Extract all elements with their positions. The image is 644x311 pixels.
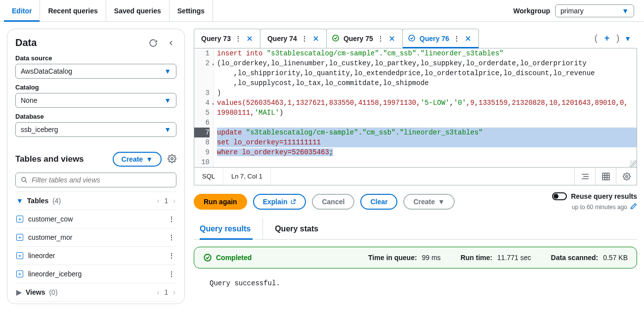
results-tab-query-stats[interactable]: Query stats bbox=[275, 218, 330, 239]
kebab-icon[interactable]: ⋮ bbox=[168, 270, 175, 278]
tables-category-label: Tables bbox=[27, 197, 48, 205]
filter-tables-search[interactable] bbox=[15, 173, 176, 187]
kebab-icon[interactable]: ⋮ bbox=[168, 233, 175, 241]
page-number: 1 bbox=[165, 197, 169, 205]
query-tab[interactable]: Query 73 ⋮ bbox=[194, 29, 260, 48]
kebab-icon[interactable]: ⋮ bbox=[235, 35, 242, 43]
svg-rect-4 bbox=[602, 173, 609, 180]
format-icon[interactable] bbox=[574, 168, 595, 185]
code-line: (lo_orderkey,lo_linenumber,lo_custkey,lo… bbox=[217, 58, 637, 68]
prev-page-icon[interactable]: ‹ bbox=[157, 197, 160, 205]
views-count: (0) bbox=[49, 288, 57, 296]
query-tab[interactable]: Query 76 ⋮ bbox=[402, 29, 479, 48]
explain-button[interactable]: Explain bbox=[253, 194, 306, 210]
sql-editor[interactable]: 1 2▾ 3 4▾ 5 6 7 8 9 10 insert into "s3ta… bbox=[194, 48, 637, 168]
query-tab-bar: Query 73 ⋮ Query 74 ⋮ Query 75 ⋮ Query 7… bbox=[194, 29, 637, 48]
code-line: ,lo_supplycost,lo_tax,lo_commitdate,lo_s… bbox=[217, 78, 637, 88]
svg-point-0 bbox=[171, 157, 173, 160]
close-icon[interactable] bbox=[310, 33, 321, 44]
code-content[interactable]: insert into "s3tablescatalog/cm-sample".… bbox=[214, 48, 637, 167]
create-query-button[interactable]: Create ▼ bbox=[403, 194, 454, 210]
table-row[interactable]: +lineorder ⋮ bbox=[15, 247, 176, 265]
gear-icon[interactable] bbox=[168, 154, 176, 165]
kebab-icon[interactable]: ⋮ bbox=[168, 252, 175, 260]
kebab-icon[interactable]: ⋮ bbox=[168, 215, 175, 223]
clear-button[interactable]: Clear bbox=[360, 194, 397, 210]
code-line: ,lo_shippriority,lo_quantity,lo_extended… bbox=[217, 68, 637, 78]
table-name: customer_mor bbox=[28, 233, 72, 241]
data-source-select[interactable]: AwsDataCatalog ▼ bbox=[15, 64, 176, 79]
refresh-icon[interactable] bbox=[148, 38, 159, 48]
tables-views-title: Tables and views bbox=[15, 154, 84, 164]
top-tab-saved-queries[interactable]: Saved queries bbox=[106, 0, 170, 21]
code-token: update bbox=[217, 129, 246, 136]
kebab-icon[interactable]: ⋮ bbox=[453, 35, 461, 43]
expand-icon[interactable]: + bbox=[16, 252, 23, 259]
database-select[interactable]: ssb_iceberg ▼ bbox=[15, 122, 176, 137]
table-row[interactable]: +customer_cow ⋮ bbox=[15, 210, 176, 228]
tables-category-row[interactable]: ▼ Tables (4) ‹ 1 › bbox=[15, 192, 176, 210]
query-tab-title: Query 74 bbox=[265, 35, 299, 43]
close-icon[interactable] bbox=[386, 33, 397, 44]
query-tab-title: Query 76 bbox=[418, 35, 451, 43]
caret-down-icon: ▼ bbox=[146, 155, 153, 163]
results-tab-query-results[interactable]: Query results bbox=[200, 218, 263, 239]
views-category-row[interactable]: ▶ Views (0) ‹ 1 › bbox=[15, 283, 176, 302]
query-tab[interactable]: Query 74 ⋮ bbox=[260, 29, 327, 48]
table-row[interactable]: +customer_mor ⋮ bbox=[15, 228, 176, 247]
kebab-icon[interactable]: ⋮ bbox=[377, 35, 385, 43]
code-token: ) bbox=[279, 109, 283, 117]
close-icon[interactable] bbox=[463, 33, 473, 44]
workgroup-select[interactable]: primary ▼ bbox=[555, 4, 634, 17]
workgroup-value: primary bbox=[560, 7, 584, 15]
code-token: values( bbox=[217, 99, 246, 107]
table-row[interactable]: +lineorder_iceberg ⋮ bbox=[15, 265, 176, 283]
code-token: set lo_orderkey= bbox=[217, 138, 283, 146]
expand-icon[interactable]: + bbox=[16, 270, 23, 277]
metric-label: Time in queue: bbox=[368, 254, 417, 262]
code-line: ) bbox=[217, 88, 637, 98]
search-icon bbox=[21, 177, 28, 183]
filter-tables-input[interactable] bbox=[32, 176, 171, 184]
prev-page-icon[interactable]: ‹ bbox=[157, 288, 160, 296]
run-again-button[interactable]: Run again bbox=[194, 194, 247, 210]
svg-point-1 bbox=[22, 178, 26, 181]
run-time-metric: Run time: 11.771 sec bbox=[461, 254, 531, 262]
pencil-icon[interactable] bbox=[630, 203, 637, 211]
top-tab-settings[interactable]: Settings bbox=[170, 0, 213, 21]
tabs-menu-caret[interactable]: ▼ bbox=[621, 35, 634, 43]
explain-label: Explain bbox=[263, 198, 288, 206]
line-gutter: 1 2▾ 3 4▾ 5 6 7 8 9 10 bbox=[194, 48, 214, 167]
catalog-label: Catalog bbox=[15, 84, 176, 91]
database-value: ssb_iceberg bbox=[21, 126, 58, 133]
create-button[interactable]: Create ▼ bbox=[113, 152, 162, 167]
resize-handle[interactable] bbox=[630, 160, 637, 167]
collapse-icon[interactable] bbox=[166, 38, 176, 48]
next-page-icon[interactable]: › bbox=[173, 197, 175, 205]
code-token: insert into bbox=[217, 49, 267, 57]
new-tab-button[interactable]: + bbox=[600, 31, 615, 45]
page-number: 1 bbox=[165, 288, 169, 296]
svg-point-5 bbox=[626, 176, 628, 178]
kebab-icon[interactable]: ⋮ bbox=[301, 35, 308, 43]
catalog-select[interactable]: None ▼ bbox=[15, 93, 176, 108]
caret-right-icon: ▶ bbox=[16, 288, 22, 296]
next-page-icon[interactable]: › bbox=[173, 288, 175, 296]
expand-icon[interactable]: + bbox=[16, 216, 23, 222]
status-banner: Completed Time in queue: 99 ms Run time:… bbox=[194, 247, 637, 268]
gear-icon[interactable] bbox=[616, 168, 637, 185]
query-tab[interactable]: Query 75 ⋮ bbox=[326, 29, 403, 48]
grid-icon[interactable] bbox=[595, 168, 616, 185]
caret-down-icon: ▼ bbox=[164, 96, 171, 104]
top-tab-recent-queries[interactable]: Recent queries bbox=[40, 0, 106, 21]
top-tab-editor[interactable]: Editor bbox=[4, 0, 40, 21]
cancel-button[interactable]: Cancel bbox=[312, 194, 354, 210]
code-token: 526035463 bbox=[292, 148, 329, 156]
close-icon[interactable] bbox=[244, 33, 255, 44]
time-in-queue-metric: Time in queue: 99 ms bbox=[368, 254, 441, 262]
cursor-position: Ln 7, Col 1 bbox=[223, 168, 271, 185]
reuse-results-label: Reuse query results bbox=[571, 192, 637, 200]
expand-icon[interactable]: + bbox=[16, 234, 23, 241]
result-message: Query successful. bbox=[194, 275, 637, 291]
reuse-results-toggle[interactable]: Reuse query results bbox=[552, 192, 637, 200]
